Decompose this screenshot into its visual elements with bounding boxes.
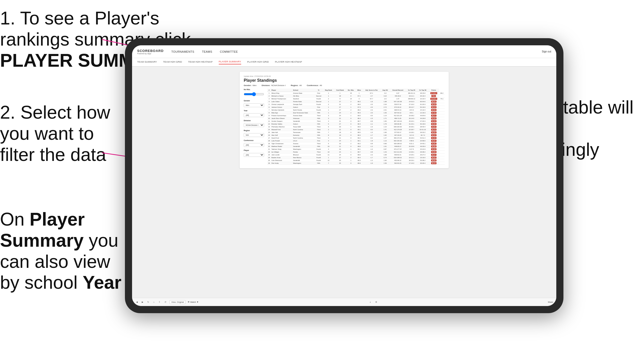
table-cell: 29-38-2 — [417, 151, 428, 154]
table-cell: Third — [314, 151, 323, 154]
toolbar-forward[interactable]: ▶ — [141, 300, 144, 304]
table-cell: 381-61-11 — [406, 92, 417, 95]
table-cell: 67.1 — [356, 95, 362, 98]
table-cell: First — [314, 140, 323, 142]
table-cell: 35-16-4 — [417, 95, 428, 98]
watch-btn[interactable]: 👁 Watch ▼ — [188, 301, 199, 303]
no-rds-slider[interactable] — [244, 92, 264, 96]
player-standings-table: # Player School Yr Reg Rank Conf Rank No… — [267, 89, 445, 165]
toolbar-export[interactable]: ⇣ — [368, 300, 372, 304]
sign-out-link[interactable]: Sign out — [542, 50, 551, 53]
nav-tournaments[interactable]: TOURNAMENTS — [171, 50, 194, 53]
table-cell: 50.75 — [428, 128, 439, 131]
conference-filter-label: Conference — [244, 140, 264, 141]
table-cell: 58.56 — [428, 109, 439, 112]
sub-nav: TEAM SUMMARY TEAM H2H GRID TEAM H2H HEAT… — [132, 58, 556, 67]
subnav-player-h2h-heatmap[interactable]: PLAYER H2H HEATMAP — [275, 60, 302, 64]
table-row: 7Nicholas GabrelcikNorth FloridaFourth12… — [267, 109, 445, 112]
table-cell: 1 — [323, 92, 334, 95]
year-select[interactable]: (All) — [244, 113, 264, 117]
content-with-sidebar: No Rds. Gender Men Year (All — [244, 89, 445, 165]
subnav-player-h2h-grid[interactable]: PLAYER H2H GRID — [247, 60, 269, 64]
toolbar-share2[interactable]: ⇧ — [158, 300, 161, 304]
division-select[interactable]: NCAA Division I — [244, 123, 264, 127]
division-filter-summary: Division: NCAA Division I — [262, 84, 286, 87]
table-cell: 69.1 — [356, 140, 362, 142]
main-content: Update time: 27/03/2024 16:56:26 Player … — [132, 67, 556, 298]
table-cell: Fifth — [314, 162, 323, 165]
table-cell: Second — [314, 100, 323, 103]
table-cell: -3.2 — [381, 92, 390, 95]
table-cell: 18-7-3 — [417, 134, 428, 137]
gender-select[interactable]: Men — [244, 103, 264, 107]
table-cell: Fourth — [314, 148, 323, 151]
table-cell: 40.98 — [428, 145, 439, 148]
player-select[interactable]: (All) — [244, 153, 264, 157]
table-cell: 11 — [323, 154, 334, 156]
table-cell: 45.87 — [428, 140, 439, 142]
nav-teams[interactable]: TEAMS — [202, 50, 212, 53]
table-cell: East Tennessee State — [293, 112, 315, 114]
table-cell: Jacob Skov-Olesen — [271, 117, 293, 120]
table-cell: 0 — [346, 137, 356, 140]
table-cell: Wenyi Ding — [271, 92, 293, 95]
toolbar-back[interactable]: ◀ — [135, 300, 139, 304]
table-cell: 68.3 — [356, 134, 362, 137]
table-cell: 607-63-12 — [390, 112, 406, 114]
toolbar-clock[interactable]: ⏱ — [163, 300, 168, 304]
col-wins: Wins — [356, 89, 362, 92]
table-cell: 387-133-16 — [390, 120, 406, 123]
table-cell: 8 — [323, 134, 334, 137]
table-cell: Fourth — [314, 103, 323, 106]
nav-bar: SCOREBOARD Powered by clippi TOURNAMENTS… — [132, 45, 556, 58]
table-cell: 17 — [267, 137, 271, 140]
table-cell: -1.2 — [362, 145, 381, 148]
table-cell: Georgia Tech — [293, 103, 315, 106]
table-cell: 1.13 — [381, 140, 390, 142]
table-cell: 1.61 — [381, 145, 390, 148]
table-cell: 0 — [346, 123, 356, 126]
toolbar-reload[interactable]: ↻ — [146, 300, 150, 304]
table-cell: 25-22-1 — [406, 120, 417, 123]
toolbar-settings[interactable]: ⚙ — [374, 300, 378, 304]
region-select[interactable]: N/A — [244, 133, 264, 137]
gender-filter-summary: Gender: Men — [244, 84, 256, 87]
table-row: 19Tiger ChristensenArizonaThird523269.2-… — [267, 142, 445, 145]
table-cell: 23 — [267, 154, 271, 156]
table-cell: 1 — [346, 151, 356, 154]
table-cell: 21 — [334, 120, 346, 123]
nav-committee[interactable]: COMMITTEE — [220, 50, 238, 53]
data-table-wrap: # Player School Yr Reg Rank Conf Rank No… — [267, 89, 445, 165]
table-cell: 26-23-1 — [406, 159, 417, 162]
table-cell: 53-38-2 — [417, 159, 428, 162]
table-cell: -1.1 — [362, 123, 381, 126]
table-cell: 8-6-1 — [406, 112, 417, 114]
col-vs-top50: Vs Top 50 — [417, 89, 428, 92]
table-cell: 1 — [346, 140, 356, 142]
subnav-player-summary[interactable]: PLAYER SUMMARY — [219, 60, 241, 64]
view-original-btn[interactable]: View: Original — [170, 300, 186, 304]
table-cell: -0.5 — [362, 114, 381, 117]
region-filter-summary: Region: All — [291, 84, 302, 87]
toolbar-home[interactable]: ⌂ — [152, 300, 156, 304]
share-btn[interactable]: Share — [548, 301, 553, 303]
table-cell: 26 — [267, 162, 271, 165]
table-cell: 14-5-3 — [406, 109, 417, 112]
table-cell: 57.42 — [428, 112, 439, 114]
table-cell: 75.1 — [439, 98, 445, 100]
table-cell: 22-26-7 — [406, 128, 417, 131]
conference-select[interactable]: (All) — [244, 143, 264, 147]
subnav-team-h2h-heatmap[interactable]: TEAM H2H HEATMAP — [188, 60, 213, 64]
table-cell: New Mexico — [293, 156, 315, 159]
table-cell: Mats Ege — [271, 112, 293, 114]
table-cell: 53.49 — [428, 120, 439, 123]
table-cell: 50-19-9 — [417, 106, 428, 109]
table-cell: 19 — [267, 142, 271, 145]
gender-value: Men — [253, 84, 257, 87]
table-cell: 3-17-5 — [406, 148, 417, 151]
table-cell: Preston Summerhays — [271, 114, 293, 117]
table-cell: 258-96-13 — [406, 98, 417, 100]
table-cell: Arizona State — [293, 92, 315, 95]
subnav-team-h2h-grid[interactable]: TEAM H2H GRID — [163, 60, 182, 64]
subnav-team-summary[interactable]: TEAM SUMMARY — [137, 60, 157, 64]
